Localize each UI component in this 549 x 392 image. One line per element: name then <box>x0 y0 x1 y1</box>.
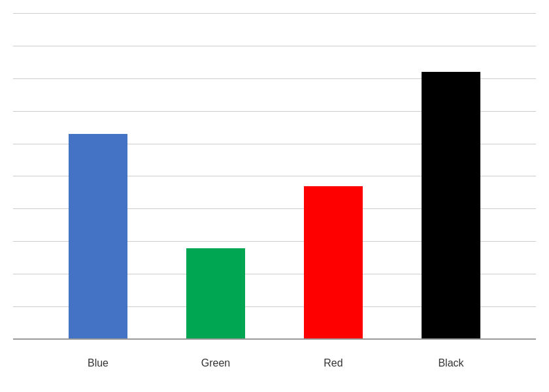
bar-red <box>304 186 363 340</box>
bar-group-green: Green <box>157 13 274 340</box>
bars-area: BlueGreenRedBlack <box>13 13 536 340</box>
bar-green <box>186 248 245 340</box>
bar-group-black: Black <box>392 13 510 340</box>
bar-label-black: Black <box>438 357 463 369</box>
chart-area: BlueGreenRedBlack <box>13 13 536 340</box>
bar-label-red: Red <box>324 357 342 369</box>
bar-group-red: Red <box>274 13 392 340</box>
bar-label-green: Green <box>201 357 230 369</box>
bar-black <box>422 72 480 340</box>
bar-blue <box>69 134 127 340</box>
x-axis-line <box>13 338 536 340</box>
bar-label-blue: Blue <box>88 357 108 369</box>
chart-container: BlueGreenRedBlack <box>0 0 549 392</box>
bar-group-blue: Blue <box>39 13 157 340</box>
